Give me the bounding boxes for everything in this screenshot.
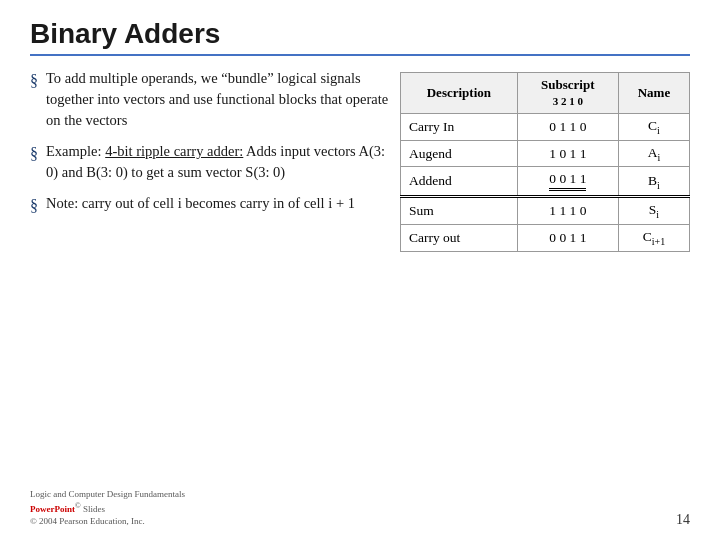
- table-row-carry-out: Carry out 0 0 1 1 Ci+1: [401, 225, 690, 252]
- cell-sum-name: Si: [618, 197, 689, 225]
- bullet-3: § Note: carry out of cell i becomes carr…: [30, 193, 390, 217]
- slide-title: Binary Adders: [30, 18, 690, 50]
- footer: Logic and Computer Design Fundamentals P…: [30, 488, 185, 528]
- col-header-subscript: Subscript 3 2 1 0: [517, 73, 618, 114]
- col-header-description: Description: [401, 73, 518, 114]
- table-row-addend: Addend 0 0 1 1 Bi: [401, 167, 690, 197]
- bullet-text-2: Example: 4-bit ripple carry adder: Adds …: [46, 141, 390, 183]
- cell-sum-desc: Sum: [401, 197, 518, 225]
- cell-augend-sub: 1 0 1 1: [517, 140, 618, 167]
- cell-sum-sub: 1 1 1 0: [517, 197, 618, 225]
- cell-carry-in-sub: 0 1 1 0: [517, 114, 618, 141]
- slide: Binary Adders § To add multiple operands…: [0, 0, 720, 540]
- footer-line3: © 2004 Pearson Education, Inc.: [30, 515, 185, 528]
- table-header-row: Description Subscript 3 2 1 0 Name: [401, 73, 690, 114]
- table-row-carry-in: Carry In 0 1 1 0 Ci: [401, 114, 690, 141]
- cell-carry-in-desc: Carry In: [401, 114, 518, 141]
- title-underline: [30, 54, 690, 56]
- bullet-text-1: To add multiple operands, we “bundle” lo…: [46, 68, 390, 131]
- bullet-symbol-3: §: [30, 194, 38, 217]
- bullet-1: § To add multiple operands, we “bundle” …: [30, 68, 390, 131]
- cell-addend-sub: 0 0 1 1: [517, 167, 618, 197]
- table-row-augend: Augend 1 0 1 1 Ai: [401, 140, 690, 167]
- cell-addend-name: Bi: [618, 167, 689, 197]
- cell-augend-name: Ai: [618, 140, 689, 167]
- col-header-name: Name: [618, 73, 689, 114]
- cell-carry-out-desc: Carry out: [401, 225, 518, 252]
- underline-text: 4-bit ripple carry adder:: [105, 143, 243, 159]
- bullet-symbol-2: §: [30, 142, 38, 165]
- table-row-sum: Sum 1 1 1 0 Si: [401, 197, 690, 225]
- footer-line2: PowerPoint© Slides: [30, 501, 185, 516]
- page-number: 14: [676, 512, 690, 528]
- cell-augend-desc: Augend: [401, 140, 518, 167]
- footer-line1: Logic and Computer Design Fundamentals: [30, 488, 185, 501]
- left-column: § To add multiple operands, we “bundle” …: [30, 68, 400, 252]
- bullet-text-3: Note: carry out of cell i becomes carry …: [46, 193, 390, 214]
- data-table: Description Subscript 3 2 1 0 Name Carry…: [400, 72, 690, 252]
- cell-carry-out-name: Ci+1: [618, 225, 689, 252]
- footer-brand: PowerPoint: [30, 504, 75, 514]
- content-area: § To add multiple operands, we “bundle” …: [30, 68, 690, 252]
- cell-carry-in-name: Ci: [618, 114, 689, 141]
- bullet-symbol-1: §: [30, 69, 38, 92]
- cell-carry-out-sub: 0 0 1 1: [517, 225, 618, 252]
- cell-addend-desc: Addend: [401, 167, 518, 197]
- bullet-2: § Example: 4-bit ripple carry adder: Add…: [30, 141, 390, 183]
- right-column: Description Subscript 3 2 1 0 Name Carry…: [400, 68, 690, 252]
